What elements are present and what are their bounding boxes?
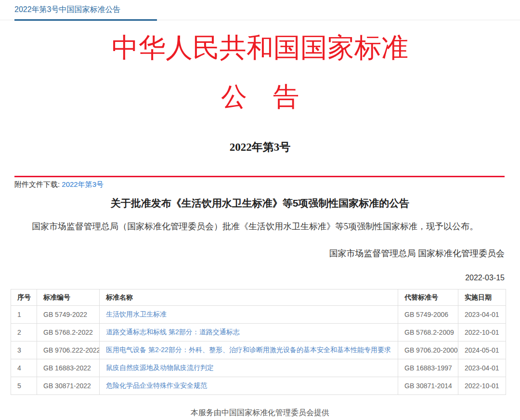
cell-replaced-code: GB 5749-2006 [398, 306, 458, 324]
page-subtitle: 公 告 [0, 84, 520, 110]
attachment-row: 附件文件下载: 2022年第3号 [14, 179, 520, 189]
table-row: 2 GB 5768.2-2022 道路交通标志和标线 第2部分：道路交通标志 G… [11, 324, 506, 341]
cell-seq: 4 [11, 359, 37, 377]
table-row: 5 GB 30871-2022 危险化学品企业特殊作业安全规范 GB 30871… [11, 377, 506, 395]
standard-name-link[interactable]: 危险化学品企业特殊作业安全规范 [106, 381, 207, 389]
standard-name-link[interactable]: 鼠疫自然疫源地及动物鼠疫流行判定 [106, 364, 214, 371]
announcement-date: 2022-03-15 [0, 274, 505, 282]
cell-standard-code: GB 5749-2022 [37, 306, 100, 324]
cell-standard-code: GB 16883-2022 [37, 359, 100, 377]
cell-seq: 3 [11, 341, 37, 359]
header-replaced-code: 代替标准号 [398, 289, 458, 306]
tab-bar: 2022年第3号中国国家标准公告 [0, 0, 520, 20]
red-divider [14, 176, 505, 177]
standard-name-link[interactable]: 生活饮用水卫生标准 [106, 310, 167, 318]
header-standard-name: 标准名称 [100, 289, 398, 306]
cell-effective-date: 2022-10-01 [458, 377, 506, 395]
cell-effective-date: 2023-04-01 [458, 359, 506, 377]
signature: 国家市场监督管理总局 国家标准化管理委员会 [0, 248, 505, 259]
cell-effective-date: 2023-04-01 [458, 306, 506, 324]
table-row: 4 GB 16883-2022 鼠疫自然疫源地及动物鼠疫流行判定 GB 1688… [11, 359, 506, 377]
cell-standard-code: GB 30871-2022 [37, 377, 100, 395]
announcement-heading: 关于批准发布《生活饮用水卫生标准》等5项强制性国家标准的公告 [0, 197, 520, 210]
table-header-row: 序号 标准编号 标准名称 代替标准号 实施日期 [11, 289, 506, 306]
table-row: 1 GB 5749-2022 生活饮用水卫生标准 GB 5749-2006 20… [11, 306, 506, 324]
cell-seq: 2 [11, 324, 37, 341]
cell-standard-code: GB 5768.2-2022 [37, 324, 100, 341]
standard-name-link[interactable]: 道路交通标志和标线 第2部分：道路交通标志 [106, 328, 240, 336]
cell-replaced-code: GB 16883-1997 [398, 359, 458, 377]
tab-announcement[interactable]: 2022年第3号中国国家标准公告 [14, 3, 157, 21]
cell-effective-date: 2024-05-01 [458, 341, 506, 359]
header-effective-date: 实施日期 [458, 289, 506, 306]
standard-name-link[interactable]: 医用电气设备 第2-22部分：外科、整形、治疗和诊断用激光设备的基本安全和基本性… [106, 346, 391, 354]
header-seq: 序号 [11, 289, 37, 306]
announcement-body: 国家市场监督管理总局（国家标准化管理委员会）批准《生活饮用水卫生标准》等5项强制… [14, 221, 504, 232]
footer-service-note: 本服务由中国国家标准化管理委员会提供 [0, 408, 520, 418]
attachment-label: 附件文件下载: [14, 180, 60, 188]
issue-number: 2022年第3号 [0, 140, 520, 155]
cell-replaced-code: GB 30871-2014 [398, 377, 458, 395]
cell-replaced-code: GB 9706.20-2000 [398, 341, 458, 359]
cell-effective-date: 2022-10-01 [458, 324, 506, 341]
header-standard-code: 标准编号 [37, 289, 100, 306]
cell-seq: 1 [11, 306, 37, 324]
table-row: 3 GB 9706.222-2022 医用电气设备 第2-22部分：外科、整形、… [11, 341, 506, 359]
cell-replaced-code: GB 5768.2-2009 [398, 324, 458, 341]
cell-standard-code: GB 9706.222-2022 [37, 341, 100, 359]
page-title: 中华人民共和国国家标准 [0, 31, 520, 65]
standards-table: 序号 标准编号 标准名称 代替标准号 实施日期 1 GB 5749-2022 生… [11, 289, 506, 395]
attachment-download-link[interactable]: 2022年第3号 [62, 180, 104, 188]
cell-seq: 5 [11, 377, 37, 395]
